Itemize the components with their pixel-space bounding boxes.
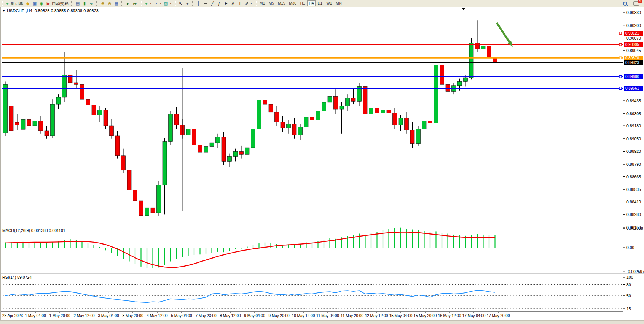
toolbar-group: ＋▾◔▾▨▾ xyxy=(139,0,173,6)
candle-body xyxy=(399,118,403,125)
candle-body xyxy=(405,118,409,130)
candle-body xyxy=(86,99,90,105)
candle-body xyxy=(115,136,120,156)
toolbar-group: │─╱ƒFAT⇗▾ xyxy=(191,0,254,6)
templates-button[interactable]: ▨▾ xyxy=(163,0,172,6)
crosshair-icon: ＋ xyxy=(185,1,190,6)
candle-body xyxy=(375,108,379,113)
candlestick-chart-button[interactable]: ▮ xyxy=(81,0,88,6)
candle-body xyxy=(228,156,232,161)
chevron-down-icon: ▾ xyxy=(250,1,252,6)
autotrading-button[interactable]: ▶自动交易 xyxy=(45,0,70,6)
text-button[interactable]: A xyxy=(230,0,236,6)
cursor-button[interactable]: ↖ xyxy=(177,0,184,6)
text-icon: A xyxy=(231,1,235,6)
main-toolbar: ＋新订单◆▣◉▶自动交易▤▮∿⊕⊖▦▸↦＋▾◔▾▨▾↖＋│─╱ƒFAT⇗▾M1M… xyxy=(0,0,644,7)
timeframe-mn[interactable]: MN xyxy=(334,0,344,6)
timeframe-h1[interactable]: H1 xyxy=(298,0,307,6)
text-label-button[interactable]: T xyxy=(236,0,243,6)
autotrading-icon: ▶ xyxy=(46,1,51,6)
metaeditor-button[interactable]: ◆ xyxy=(24,0,31,6)
line-anchor-handle xyxy=(619,32,622,34)
candle-body xyxy=(186,129,190,135)
terminal-icon: ▣ xyxy=(32,1,37,6)
candle-body xyxy=(139,201,143,216)
timeframe-m5[interactable]: M5 xyxy=(267,0,276,6)
new-order-button[interactable]: ＋新订单 xyxy=(4,0,24,6)
line-chart-button[interactable]: ∿ xyxy=(88,0,95,6)
tile-windows-icon: ▦ xyxy=(114,1,119,6)
candle-body xyxy=(204,147,208,153)
candle-body xyxy=(163,142,167,185)
add-indicator-button[interactable]: ＋▾ xyxy=(143,0,153,6)
horizontal-line-icon: ─ xyxy=(203,1,208,6)
candle-body xyxy=(45,131,49,136)
candle-body xyxy=(457,81,462,85)
candle-body xyxy=(387,110,391,113)
candle-body xyxy=(68,75,72,83)
arrow-shapes-icon: ⇗ xyxy=(244,1,249,6)
channel-button[interactable]: F xyxy=(223,0,230,6)
zoom-out-button[interactable]: ⊖ xyxy=(106,0,113,6)
candle-body xyxy=(381,110,385,113)
chart-shift-marker xyxy=(462,8,465,10)
crosshair-button[interactable]: ＋ xyxy=(184,0,191,6)
timeframe-d1[interactable]: D1 xyxy=(316,0,324,6)
candle-body xyxy=(257,100,261,129)
signals-icon: ◉ xyxy=(39,1,44,6)
search-button[interactable] xyxy=(622,0,628,6)
candle-body xyxy=(475,43,480,49)
symbol-dropdown-icon[interactable]: ▼ xyxy=(2,9,5,13)
candle-body xyxy=(27,119,31,126)
candle-body xyxy=(422,121,426,129)
metaeditor-icon: ◆ xyxy=(26,1,30,6)
vertical-line-button[interactable]: │ xyxy=(195,0,202,6)
timeframe-h4[interactable]: H4 xyxy=(307,0,316,6)
candle-body xyxy=(334,96,338,109)
candle-body xyxy=(328,96,332,102)
chart-title: ▼USDCHF-,H4 0.89825 0.89855 0.89808 0.89… xyxy=(2,8,99,13)
macd-indicator-label: MACD(12,26,9) 0.001380 0.001101 xyxy=(2,228,65,233)
fibonacci-icon: ƒ xyxy=(217,1,222,6)
fibonacci-button[interactable]: ƒ xyxy=(216,0,223,6)
horizontal-line-button[interactable]: ─ xyxy=(202,0,209,6)
candle-body xyxy=(110,126,114,136)
arrows-button[interactable]: ⇗▾ xyxy=(243,0,253,6)
timeframe-m15[interactable]: M15 xyxy=(276,0,287,6)
chevron-down-icon: ▾ xyxy=(170,1,171,6)
trendline-button[interactable]: ╱ xyxy=(209,0,216,6)
signals-button[interactable]: ◉ xyxy=(38,0,45,6)
timeframe-w1[interactable]: W1 xyxy=(324,0,334,6)
timeframe-m1[interactable]: M1 xyxy=(258,0,267,6)
new-order-icon: ＋ xyxy=(5,1,10,6)
mt4-terminal: { "toolbar": { "groups": [ {"items":[ {"… xyxy=(0,0,644,324)
line-chart-icon: ∿ xyxy=(89,1,94,6)
candle-body xyxy=(56,97,61,104)
candle-body xyxy=(351,98,355,102)
candle-body xyxy=(393,113,397,125)
chart-symbol-period: USDCHF-,H4 xyxy=(7,8,32,13)
terminal-button[interactable]: ▣ xyxy=(31,0,38,6)
chart-shift-button[interactable]: ↦ xyxy=(131,0,138,6)
timeframe-m30[interactable]: M30 xyxy=(287,0,298,6)
periods-button[interactable]: ◔▾ xyxy=(153,0,163,6)
candle-body xyxy=(245,148,249,154)
toolbar-group: ⊕⊖▦ xyxy=(96,0,121,6)
notifications-button[interactable]: 1 xyxy=(632,0,640,6)
chart-shift-icon: ↦ xyxy=(132,1,137,6)
toolbar-group: ↖＋ xyxy=(173,0,191,6)
candle-body xyxy=(174,114,179,125)
toolbar-group: ▤▮∿ xyxy=(70,0,96,6)
candle-body xyxy=(464,78,468,81)
bar-chart-button[interactable]: ▤ xyxy=(74,0,81,6)
toolbar-group: ＋新订单◆▣◉▶自动交易 xyxy=(0,0,70,6)
zoom-in-button[interactable]: ⊕ xyxy=(99,0,106,6)
template-icon: ▨ xyxy=(164,1,168,6)
tile-windows-button[interactable]: ▦ xyxy=(113,0,120,6)
candle-body xyxy=(263,100,267,104)
auto-scroll-button[interactable]: ▸ xyxy=(124,0,131,6)
candle-body xyxy=(251,129,255,148)
candle-body xyxy=(346,98,350,106)
chart-canvas[interactable] xyxy=(0,0,644,324)
candle-body xyxy=(410,130,414,143)
